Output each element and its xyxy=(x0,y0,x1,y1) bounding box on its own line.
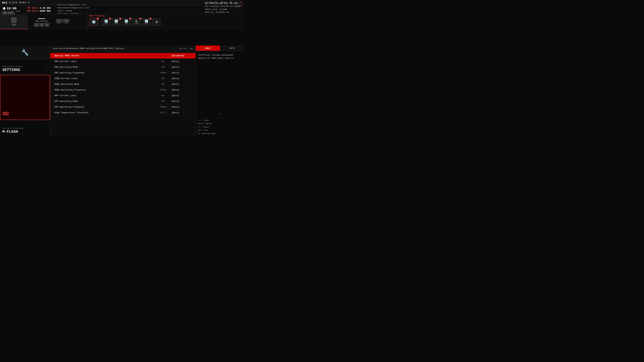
setting-name-9: VPP Switching Frequency xyxy=(54,106,155,108)
xmp-icon-row: ▬▬▬▬ xyxy=(38,16,45,20)
memory-row: Memory Size: 32768MB xyxy=(205,8,242,11)
boot-device-1[interactable]: U 💿 xyxy=(89,18,98,26)
setting-row-0[interactable]: Special PMIC Unlock[Disabled] xyxy=(50,53,196,59)
setting-row-5[interactable]: VDDQ Switching ModeDCM[Auto] xyxy=(50,81,196,87)
ddr-speed-row: DDR Speed 5600 MHz xyxy=(27,10,51,12)
mb-row: MB: Z790 PROJECT ZERO (MS-7E23) xyxy=(205,2,242,5)
sidebar-item-oc[interactable]: ⚡ OC xyxy=(0,75,50,120)
setting-name-8: VPP Switching Mode xyxy=(54,100,155,103)
mb-temp-row: Motherboard Temperature: 39°C xyxy=(58,6,90,9)
setting-row-2[interactable]: VDD Switching ModeDCM[Auto] xyxy=(50,64,196,70)
xmp-2-button[interactable]: 2 xyxy=(39,23,44,27)
bios-title: CLICK BIOS 5 xyxy=(9,1,30,4)
back-button[interactable]: ↩ xyxy=(191,47,193,50)
setting-name-2: VDD Switching Mode xyxy=(54,66,155,68)
setting-value-2: [Auto] xyxy=(172,66,192,68)
speed-info: CPU Speed 3.20 GHz DDR Speed 5600 MHz xyxy=(27,7,51,12)
xmp-label: XMP Profile xyxy=(36,20,48,22)
cpu-temp-row: CPU Core Temperature: 23°C xyxy=(58,3,90,6)
setting-row-9[interactable]: VPP Switching Frequency750KHz[Auto] xyxy=(50,104,196,110)
setting-row-1[interactable]: VDD Current LimitMax[Auto] xyxy=(50,59,196,64)
settings-sublabel: Motherboard settings xyxy=(2,66,48,67)
key-help-item-3: ESC: Exit xyxy=(198,129,242,132)
help-tab[interactable]: HELP xyxy=(196,45,220,51)
boot-device-5[interactable]: U 🖨 USB xyxy=(132,18,141,26)
setting-row-6[interactable]: VDDQ Switching Frequency750KHz[Auto] xyxy=(50,87,196,93)
clock-icon: 🕐 xyxy=(3,7,6,10)
setting-value-7: [Auto] xyxy=(172,94,192,97)
setting-name-1: VDD Current Limit xyxy=(54,60,155,63)
setting-value-3: [Auto] xyxy=(172,71,192,74)
boot-device-7[interactable]: 🖥 xyxy=(152,18,161,26)
setting-name-4: VDDQ Current Limit xyxy=(54,77,155,80)
settings-label: SETTINGS xyxy=(2,68,48,72)
cpu-speed-label: CPU Speed xyxy=(27,7,38,9)
cpu-button[interactable]: ⬛ CPU xyxy=(0,14,28,29)
cpu-row: CPU: Intel(R) Core(TM) i9-14900KF xyxy=(205,5,242,8)
boot-device-4[interactable]: U 💽 USB xyxy=(122,18,131,26)
setting-name-3: VDD Switching Frequency xyxy=(54,71,155,74)
oc-bg-icon: ⚡ xyxy=(42,77,48,89)
info-bar: 🕐 10:06 Sat 29 Jun, 2024 CPU Speed 3.20 … xyxy=(0,5,244,14)
key-help-item-0: ↑↓←→: Move xyxy=(198,119,242,122)
boot-device-6[interactable]: U 💽 USB xyxy=(142,18,151,26)
boot-device-3[interactable]: U 💽 USB xyxy=(112,18,121,26)
setting-default-1: Max xyxy=(155,60,172,63)
setting-default-3: 750KHz xyxy=(155,72,172,74)
setting-row-10[interactable]: High Temperature Threshold125°C[Auto] xyxy=(50,110,196,116)
wrench-icon: 🔧 xyxy=(21,49,29,56)
xmp-user-2: 2 user xyxy=(63,19,70,24)
xmp-user-2-button[interactable]: 2 xyxy=(63,19,70,23)
setting-name-6: VDDQ Switching Frequency xyxy=(54,89,155,91)
setting-value-6: [Auto] xyxy=(172,89,192,91)
time-value: 10:06 xyxy=(6,6,16,10)
setting-row-4[interactable]: VDDQ Current LimitMax[Auto] xyxy=(50,76,196,81)
setting-default-2: DCM xyxy=(155,66,172,68)
hotkey-area: HOT KEY | ↩ xyxy=(179,47,193,50)
help-text: Unofficial voltage adjustment method for… xyxy=(198,54,234,59)
sidebar-item-mflash[interactable]: → Use USB to flash BIOS M-FLASH xyxy=(0,120,50,137)
content-area: Overclocking\Advanced DRAM Configuration… xyxy=(50,45,196,137)
msi-logo: msi xyxy=(2,1,8,4)
boot-device-2[interactable]: U 💽 USB xyxy=(102,18,111,26)
game-boost-controls: ⬛ CPU ▬▬▬▬ XMP Profile 1 2 3 1 user xyxy=(0,14,87,29)
sidebar-header: 🔧 ↖ xyxy=(0,45,50,60)
setting-name-10: High Temperature Threshold xyxy=(54,111,155,114)
breadcrumb-text: Overclocking\Advanced DRAM Configuration… xyxy=(53,47,124,50)
setting-default-6: 750KHz xyxy=(155,89,172,91)
setting-row-7[interactable]: VPP Current LimitMax[Auto] xyxy=(50,93,196,98)
boot-priority-section: Boot Priority U 💿 → U 💽 USB U 💽 USB U xyxy=(87,14,244,29)
bios-ver-row: BIOS Ver: E7E23IMS.142 xyxy=(205,11,242,14)
setting-name-7: VPP Current Limit xyxy=(54,94,155,97)
xmp-1-button[interactable]: 1 xyxy=(34,23,38,27)
time-display: 🕐 10:06 xyxy=(3,6,20,10)
setting-row-3[interactable]: VDD Switching Frequency750KHz[Auto] xyxy=(50,70,196,76)
setting-name-0: Special PMIC Unlock xyxy=(54,54,155,57)
setting-row-8[interactable]: VPP Switching ModeDCM[Auto] xyxy=(50,98,196,104)
oc-label: OC xyxy=(3,111,48,117)
key-help-item-4: F1: General Help xyxy=(198,132,242,135)
boot-devices-list: U 💿 → U 💽 USB U 💽 USB U 💽 USB xyxy=(89,18,242,26)
setting-value-4: [Auto] xyxy=(172,77,192,80)
setting-name-5: VDDQ Switching Mode xyxy=(54,83,155,85)
hotkey-label: HOT KEY xyxy=(179,48,187,50)
cpu-label: CPU xyxy=(12,24,16,26)
help-content: Unofficial voltage adjustment method for… xyxy=(196,51,244,111)
key-help-item-2: +/-: Value xyxy=(198,125,242,129)
setting-default-7: Max xyxy=(155,94,172,97)
time-date-display: 🕐 10:06 Sat 29 Jun, 2024 xyxy=(3,6,20,12)
main-layout: 🔧 ↖ ⚙ Motherboard settings SETTINGS ⚡ OC… xyxy=(0,45,244,137)
ddr-speed-value: 5600 MHz xyxy=(40,10,51,12)
sidebar-item-settings[interactable]: ⚙ Motherboard settings SETTINGS xyxy=(0,60,50,75)
xmp-user-section: 1 user 2 user xyxy=(56,14,70,29)
cpu-icon: ⬛ xyxy=(11,17,17,23)
setting-default-4: Max xyxy=(155,77,172,80)
setting-default-5: DCM xyxy=(155,83,172,85)
help-info-tabs: HELP INFO xyxy=(196,45,244,51)
info-tab[interactable]: INFO xyxy=(220,45,244,51)
setting-default-10: 125°C xyxy=(155,112,172,114)
xmp-user-1-button[interactable]: 1 xyxy=(56,19,62,23)
mflash-sublabel: Use USB to flash BIOS xyxy=(2,128,48,129)
cpu-speed-value: 3.20 GHz xyxy=(40,7,51,9)
xmp-3-button[interactable]: 3 xyxy=(44,23,49,27)
